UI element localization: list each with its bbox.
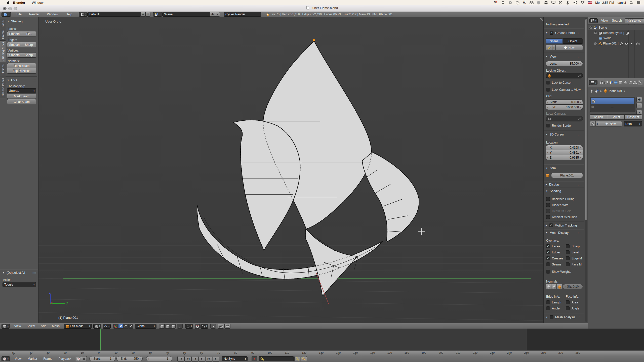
snap-element-select[interactable]: ▴▾ bbox=[200, 324, 209, 329]
tab-tools[interactable]: Tools bbox=[0, 19, 6, 29]
tab-world-icon[interactable] bbox=[614, 80, 618, 85]
pin-icon[interactable] bbox=[590, 89, 593, 93]
translate-manipulator-button[interactable] bbox=[118, 324, 123, 329]
spotlight-search-icon[interactable] bbox=[629, 1, 633, 5]
screen-layout-field[interactable]: Default bbox=[88, 12, 140, 17]
limit-to-visible-button[interactable] bbox=[177, 324, 183, 329]
menu-help[interactable]: Help bbox=[66, 13, 72, 16]
tab-material-icon-active[interactable] bbox=[638, 80, 642, 85]
collapse-icon[interactable]: − bbox=[589, 26, 592, 29]
eyedropper-icon[interactable] bbox=[577, 74, 581, 78]
delete-keyframe-icon[interactable] bbox=[301, 356, 307, 361]
manipulator-toggle[interactable] bbox=[113, 324, 118, 329]
edges-sharp-button[interactable]: Sharp bbox=[22, 42, 36, 47]
tab-constraints-icon[interactable] bbox=[623, 80, 628, 85]
play-reverse-button[interactable]: ◀ bbox=[191, 356, 198, 361]
transform-orientation-select[interactable]: Global▴▾ bbox=[135, 324, 156, 329]
flip-direction-button[interactable]: Flip Direction bbox=[7, 68, 36, 74]
v2-status-icon[interactable]: V2 bbox=[494, 1, 497, 5]
current-frame-field[interactable]: ◂1▸ bbox=[146, 356, 172, 361]
remove-material-slot-button[interactable]: − bbox=[636, 103, 642, 108]
timeline-menu-view[interactable]: View bbox=[15, 357, 22, 360]
unwrap-menu[interactable]: Unwrap▴▾ bbox=[7, 88, 36, 93]
rotate-manipulator-button[interactable] bbox=[123, 324, 128, 329]
menu-render[interactable]: Render bbox=[29, 13, 39, 16]
tab-create[interactable]: Create bbox=[0, 29, 6, 40]
cursor-z-field[interactable]: ◂Z:-0.9635▸ bbox=[546, 155, 583, 160]
frame-start-field[interactable]: ◂Start:1▸ bbox=[89, 356, 115, 361]
next-keyframe-button[interactable]: ▶▶ bbox=[206, 356, 212, 361]
tab-scene-icon[interactable] bbox=[609, 80, 613, 85]
tab-modifiers-icon[interactable] bbox=[628, 80, 632, 85]
lock-to-cursor-row[interactable]: Lock to Cursor bbox=[546, 81, 572, 84]
clip-start-slider[interactable]: ◂Start:0.100▸ bbox=[546, 100, 583, 105]
select-menu[interactable]: Select bbox=[26, 324, 35, 328]
vertex-normals-toggle[interactable] bbox=[546, 284, 551, 289]
tab-object-data-icon[interactable] bbox=[633, 80, 637, 85]
list-resize-grip[interactable]: == bbox=[611, 106, 613, 109]
apple-menu-icon[interactable] bbox=[6, 1, 10, 5]
window-title-bar[interactable]: Luner Flame.blend bbox=[0, 5, 644, 12]
outliner-row-scene[interactable]: − Scene bbox=[588, 25, 644, 30]
panel-mesh-display-header[interactable]: ▼Mesh Display bbox=[546, 231, 569, 235]
mesh-menu[interactable]: Mesh bbox=[52, 324, 60, 328]
deselect-button[interactable]: Deselect bbox=[625, 114, 642, 120]
select-button[interactable]: Select bbox=[607, 114, 625, 120]
outliner-row-world[interactable]: World bbox=[588, 36, 644, 41]
editor-type-info-selector[interactable]: ▴▾ bbox=[2, 12, 11, 17]
region-corner-grip[interactable] bbox=[539, 18, 543, 22]
input-language-flag-icon[interactable] bbox=[588, 1, 592, 5]
frame-end-field[interactable]: ◂End:250▸ bbox=[116, 356, 143, 361]
outliner-filter-select[interactable]: All Scenes bbox=[625, 18, 644, 23]
panel-display-header[interactable]: ▶Display bbox=[546, 183, 559, 186]
loose-normals-toggle[interactable] bbox=[551, 284, 557, 289]
editor-type-outliner-selector[interactable]: ▴▾ bbox=[589, 18, 598, 23]
crossover-icon[interactable] bbox=[544, 1, 548, 5]
render-border-row[interactable]: Render Border bbox=[546, 124, 572, 127]
gp-object-button[interactable]: Object bbox=[563, 38, 583, 44]
insert-keyframe-icon[interactable] bbox=[294, 356, 300, 361]
motion-tracking-checkbox[interactable]: ✓ bbox=[549, 223, 553, 227]
renderable-camera-icon[interactable] bbox=[636, 42, 640, 46]
overlay-sharp-row[interactable]: Sharp bbox=[566, 244, 580, 248]
overlay-creases-row[interactable]: ✓Creases bbox=[546, 256, 563, 260]
recalculate-normals-button[interactable]: Recalculate bbox=[7, 63, 36, 68]
lock-object-field[interactable] bbox=[546, 73, 583, 78]
add-material-slot-button[interactable]: ✚ bbox=[636, 97, 642, 102]
view-menu[interactable]: View bbox=[14, 324, 21, 328]
panel-view-header[interactable]: ▼View bbox=[546, 55, 556, 58]
vertex-select-mode-button[interactable] bbox=[159, 324, 165, 329]
gp-new-layer-button[interactable]: ✚New bbox=[556, 45, 583, 50]
creative-cloud-icon[interactable]: A: bbox=[523, 1, 526, 5]
use-preview-range-icon[interactable] bbox=[76, 356, 81, 361]
vertices-smooth-button[interactable]: Smooth bbox=[7, 52, 22, 58]
notification-center-icon[interactable] bbox=[637, 1, 640, 5]
tab-render-icon[interactable] bbox=[599, 80, 604, 85]
edge-angle-row[interactable]: Angle bbox=[546, 306, 560, 310]
menu-file[interactable]: File bbox=[17, 13, 22, 16]
material-slot-selected[interactable] bbox=[591, 98, 634, 104]
action-select[interactable]: Toggle▴▾ bbox=[3, 282, 36, 287]
face-select-mode-button[interactable] bbox=[170, 324, 176, 329]
mode-select[interactable]: Edit Mode▴▾ bbox=[64, 324, 92, 329]
cursor-x-field[interactable]: ◂X:0.4158▸ bbox=[546, 145, 583, 150]
jump-to-end-button[interactable]: ▶| bbox=[213, 356, 219, 361]
hidden-wire-row[interactable]: Hidden Wire bbox=[546, 203, 569, 207]
overlay-bevel-row[interactable]: Bevel bbox=[566, 250, 579, 254]
tab-options[interactable]: Options bbox=[0, 63, 6, 76]
slot-add-mini-icon[interactable]: + bbox=[591, 106, 594, 108]
render-engine-select[interactable]: Cycles Render▴▾ bbox=[224, 12, 261, 17]
timeline-menu-playback[interactable]: Playback bbox=[58, 357, 71, 360]
bluetooth-icon[interactable] bbox=[566, 1, 570, 5]
proportional-editing-select[interactable]: ▴▾ bbox=[185, 324, 193, 329]
overlay-faces-row[interactable]: ✓Faces bbox=[546, 244, 560, 248]
edges-smooth-button[interactable]: Smooth bbox=[7, 42, 22, 47]
outliner-menu-search[interactable]: Search bbox=[612, 19, 622, 22]
new-material-button[interactable]: ✚New bbox=[599, 121, 622, 126]
ambient-occlusion-row[interactable]: Ambient Occlusion bbox=[546, 215, 577, 219]
backface-culling-row[interactable]: Backface Culling bbox=[546, 197, 574, 201]
opengl-render-image-button[interactable] bbox=[218, 324, 224, 329]
panel-uvs-header[interactable]: ▼UVs bbox=[7, 78, 17, 82]
data-link-select[interactable]: Data▴▾ bbox=[624, 121, 642, 126]
material-slot-list[interactable]: + == bbox=[590, 97, 635, 112]
